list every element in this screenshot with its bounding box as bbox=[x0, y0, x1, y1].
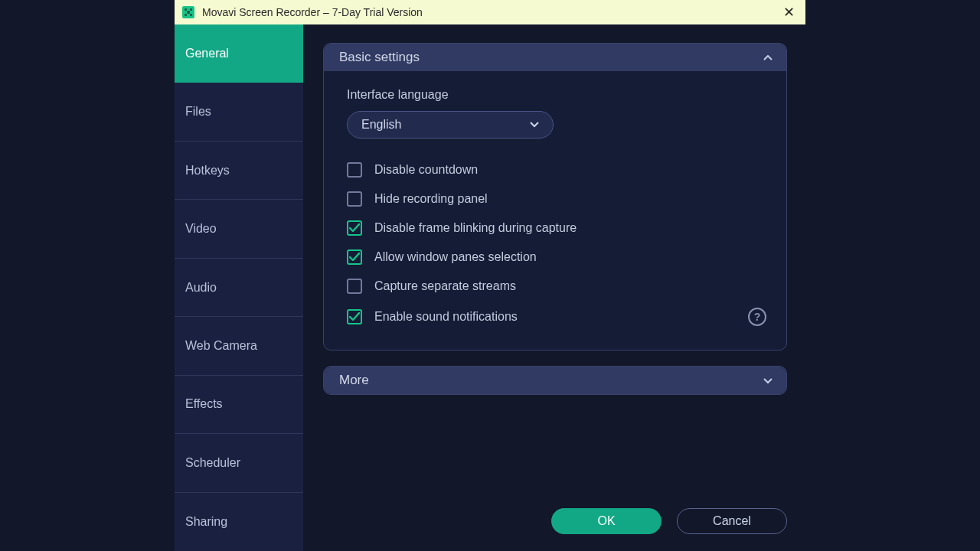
sidebar-tab-general[interactable]: General bbox=[175, 24, 303, 83]
panel-title: More bbox=[339, 373, 369, 388]
window-title: Movavi Screen Recorder – 7-Day Trial Ver… bbox=[202, 6, 423, 18]
checkbox-label: Allow window panes selection bbox=[374, 250, 537, 264]
chevron-up-icon bbox=[763, 51, 773, 64]
basic-settings-body: Interface language English Disable count… bbox=[324, 71, 786, 350]
checkbox-label: Disable countdown bbox=[374, 163, 478, 177]
content-area: Basic settings Interface language Englis… bbox=[303, 24, 805, 551]
sidebar-tab-scheduler[interactable]: Scheduler bbox=[175, 434, 303, 492]
sidebar-tab-sharing[interactable]: Sharing bbox=[175, 493, 303, 551]
sidebar-tab-hotkeys[interactable]: Hotkeys bbox=[175, 142, 303, 200]
sidebar-tab-files[interactable]: Files bbox=[175, 83, 303, 141]
checkbox[interactable] bbox=[347, 309, 362, 324]
chevron-down-icon bbox=[763, 374, 773, 386]
basic-settings-panel: Basic settings Interface language Englis… bbox=[323, 43, 787, 350]
sidebar-tab-effects[interactable]: Effects bbox=[175, 376, 303, 434]
close-button[interactable]: ✕ bbox=[780, 4, 798, 21]
checkbox-row: Capture separate streams bbox=[347, 272, 766, 301]
checkbox[interactable] bbox=[347, 279, 362, 294]
sidebar-tab-web-camera[interactable]: Web Camera bbox=[175, 317, 303, 375]
checkbox-row: Disable frame blinking during capture bbox=[347, 214, 766, 243]
checkbox[interactable] bbox=[347, 249, 362, 265]
footer: OK Cancel bbox=[551, 508, 787, 534]
checkbox-label: Hide recording panel bbox=[374, 192, 488, 206]
checkbox[interactable] bbox=[347, 220, 362, 236]
checkbox-row: Hide recording panel bbox=[347, 184, 766, 214]
checkbox-label: Enable sound notifications bbox=[374, 310, 518, 324]
basic-settings-header[interactable]: Basic settings bbox=[324, 44, 786, 71]
checkbox-label: Disable frame blinking during capture bbox=[374, 221, 577, 235]
language-label: Interface language bbox=[347, 88, 766, 102]
panel-title: Basic settings bbox=[339, 50, 420, 65]
sidebar-tab-audio[interactable]: Audio bbox=[175, 259, 303, 317]
checkbox-row: Allow window panes selection bbox=[347, 243, 766, 272]
checkbox[interactable] bbox=[347, 191, 362, 207]
settings-window: Movavi Screen Recorder – 7-Day Trial Ver… bbox=[175, 0, 805, 551]
window-body: GeneralFilesHotkeysVideoAudioWeb CameraE… bbox=[175, 24, 805, 551]
titlebar: Movavi Screen Recorder – 7-Day Trial Ver… bbox=[175, 0, 805, 24]
checkbox-list: Disable countdownHide recording panelDis… bbox=[347, 155, 766, 333]
sidebar-tab-video[interactable]: Video bbox=[175, 200, 303, 258]
ok-button[interactable]: OK bbox=[551, 508, 662, 534]
sidebar: GeneralFilesHotkeysVideoAudioWeb CameraE… bbox=[175, 24, 303, 551]
more-panel-header[interactable]: More bbox=[324, 367, 786, 394]
checkbox-row: Enable sound notifications? bbox=[347, 301, 766, 333]
checkbox-row: Disable countdown bbox=[347, 155, 766, 184]
more-panel: More bbox=[323, 366, 787, 395]
chevron-down-icon bbox=[530, 119, 539, 130]
checkbox-label: Capture separate streams bbox=[374, 279, 516, 293]
help-icon[interactable]: ? bbox=[748, 308, 766, 326]
cancel-button[interactable]: Cancel bbox=[677, 508, 787, 534]
language-value: English bbox=[361, 118, 401, 132]
language-select[interactable]: English bbox=[347, 111, 554, 139]
app-logo-icon bbox=[182, 6, 194, 18]
checkbox[interactable] bbox=[347, 162, 362, 178]
